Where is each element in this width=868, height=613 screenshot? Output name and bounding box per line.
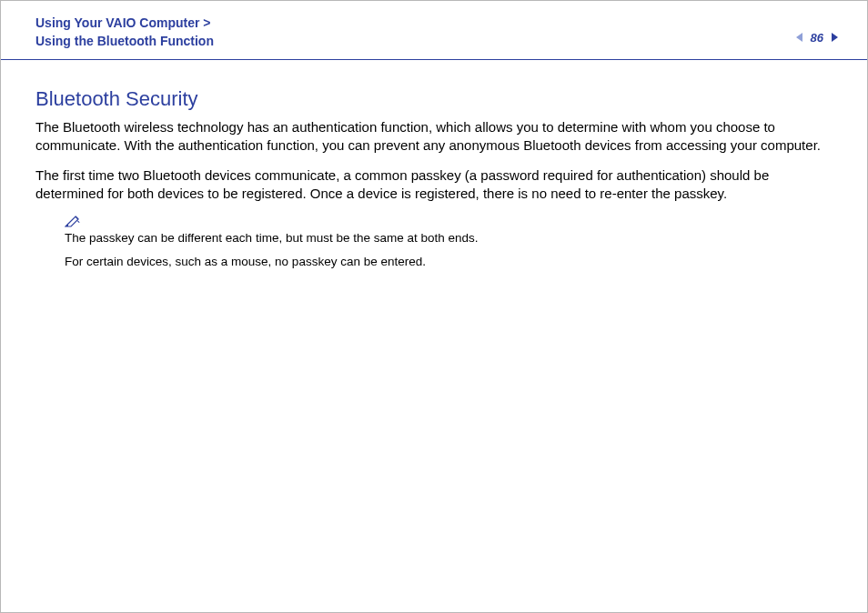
note-line-1: The passkey can be different each time, … bbox=[65, 230, 833, 246]
paragraph-2: The first time two Bluetooth devices com… bbox=[35, 166, 833, 204]
svg-marker-1 bbox=[832, 33, 838, 42]
svg-marker-0 bbox=[796, 33, 802, 42]
breadcrumb-line-2: Using the Bluetooth Function bbox=[35, 34, 214, 48]
page-content: Bluetooth Security The Bluetooth wireles… bbox=[1, 60, 867, 270]
next-page-icon[interactable] bbox=[829, 32, 840, 45]
note-line-2: For certain devices, such as a mouse, no… bbox=[65, 254, 833, 270]
document-page: Using Your VAIO Computer > Using the Blu… bbox=[0, 0, 868, 613]
paragraph-1: The Bluetooth wireless technology has an… bbox=[35, 118, 833, 156]
page-navigator: 86 bbox=[794, 15, 840, 45]
page-number: 86 bbox=[811, 31, 823, 45]
section-title: Bluetooth Security bbox=[35, 87, 833, 111]
breadcrumb[interactable]: Using Your VAIO Computer > Using the Blu… bbox=[35, 15, 214, 50]
breadcrumb-line-1: Using Your VAIO Computer > bbox=[35, 15, 211, 30]
prev-page-icon[interactable] bbox=[794, 32, 805, 45]
page-header: Using Your VAIO Computer > Using the Blu… bbox=[1, 1, 867, 60]
note-block: The passkey can be different each time, … bbox=[65, 214, 833, 270]
